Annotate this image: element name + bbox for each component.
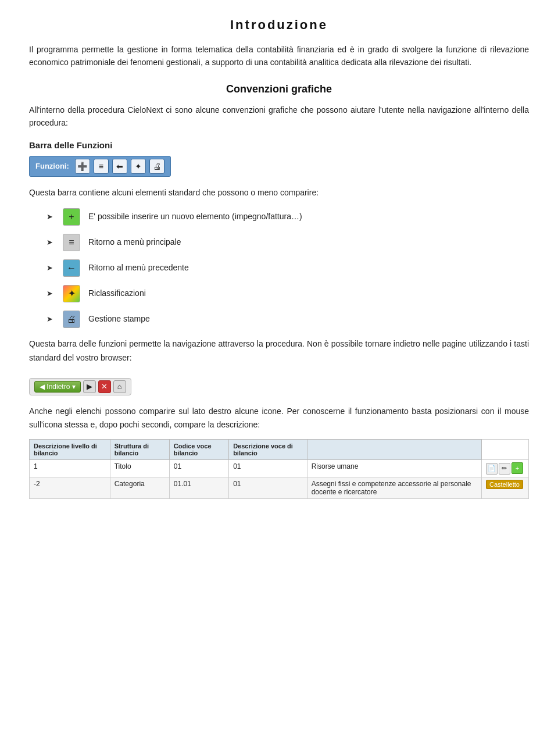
- toolbar-riclass-btn[interactable]: ✦: [131, 159, 146, 174]
- list-arrow-icon: ➤: [46, 314, 55, 324]
- list-item-text: Ritorno a menù principale: [88, 237, 181, 248]
- barra-desc: Questa barra contiene alcuni elementi st…: [29, 186, 529, 199]
- row-struttura: 01.01: [169, 477, 228, 498]
- conventions-text: All'interno della procedura CieloNext ci…: [29, 104, 529, 130]
- row-desc-voce: Risorse umane: [307, 460, 481, 477]
- row-desc-livello: Categoria: [110, 477, 169, 498]
- funzioni-toolbar: Funzioni: ➕ ≡ ⬅ ✦ 🖨: [29, 156, 171, 177]
- browser-navigation-bar: ◀ Indietro ▾ ▶ ✕ ⌂: [29, 378, 131, 395]
- list-item-icon: 🖨: [63, 311, 80, 328]
- row-num: 1: [30, 460, 110, 477]
- barra-funzioni-title: Barra delle Funzioni: [29, 140, 529, 150]
- toolbar-back-btn[interactable]: ⬅: [112, 159, 127, 174]
- data-table: Descrizione livello di bilancioStruttura…: [29, 439, 529, 499]
- row-num: -2: [30, 477, 110, 498]
- list-arrow-icon: ➤: [46, 263, 55, 273]
- table-col-header: Descrizione livello di bilancio: [30, 440, 110, 460]
- row-actions: Castelletto: [481, 477, 528, 498]
- icon-list-item: ➤ + E' possibile inserire un nuovo eleme…: [46, 208, 529, 226]
- icon-list-item: ➤ ✦ Riclassificazioni: [46, 285, 529, 302]
- table-col-header: Codice voce bilancio: [169, 440, 228, 460]
- list-item-icon: ←: [63, 259, 80, 277]
- row-actions: 📄✏+: [481, 460, 528, 477]
- page-title: Introduzione: [29, 17, 529, 33]
- list-item-icon: +: [63, 208, 80, 226]
- row-struttura: 01: [169, 460, 228, 477]
- list-arrow-icon: ➤: [46, 288, 55, 299]
- table-col-header: [307, 440, 481, 460]
- intro-paragraph: Il programma permette la gestione in for…: [29, 43, 529, 69]
- conventions-title: Convenzioni grafiche: [29, 83, 529, 95]
- bottom-text-3: Anche negli elenchi possono comparire su…: [29, 405, 529, 433]
- list-arrow-icon: ➤: [46, 212, 55, 222]
- toolbar-list-btn[interactable]: ≡: [94, 159, 109, 174]
- table-row: 1Titolo0101Risorse umane📄✏+: [30, 460, 529, 477]
- list-item-icon: ≡: [63, 234, 80, 251]
- browser-stop-btn[interactable]: ✕: [98, 380, 111, 393]
- icon-list-item: ➤ 🖨 Gestione stampe: [46, 311, 529, 328]
- bottom-text-1: Questa barra delle funzioni permette la …: [29, 337, 529, 365]
- table-col-header: Struttura di bilancio: [110, 440, 169, 460]
- table-header-row: Descrizione livello di bilancioStruttura…: [30, 440, 529, 460]
- icon-list-item: ➤ ≡ Ritorno a menù principale: [46, 234, 529, 251]
- table-row: -2Categoria01.0101Assegni fissi e compet…: [30, 477, 529, 498]
- table-action-add-btn[interactable]: +: [512, 462, 523, 474]
- browser-forward-btn[interactable]: ▶: [83, 380, 96, 393]
- row-desc-livello: Titolo: [110, 460, 169, 477]
- funzioni-label: Funzioni:: [35, 162, 69, 170]
- table-action-edit-btn[interactable]: ✏: [499, 463, 510, 475]
- row-desc-voce: Assegni fissi e competenze accessorie al…: [307, 477, 481, 498]
- castelletto-button[interactable]: Castelletto: [486, 480, 523, 489]
- toolbar-add-btn[interactable]: ➕: [75, 159, 90, 174]
- list-item-text: Gestione stampe: [88, 313, 150, 325]
- list-item-text: Ritorno al menù precedente: [88, 262, 189, 274]
- table-action-copy-btn[interactable]: 📄: [486, 463, 498, 475]
- list-item-text: Riclassificazioni: [88, 288, 146, 299]
- row-codice: 01: [229, 477, 307, 498]
- row-codice: 01: [229, 460, 307, 477]
- table-col-header: Descrizione voce di bilancio: [229, 440, 307, 460]
- toolbar-print-btn[interactable]: 🖨: [149, 159, 164, 174]
- browser-back-btn[interactable]: ◀ Indietro ▾: [34, 381, 81, 393]
- icon-items-list: ➤ + E' possibile inserire un nuovo eleme…: [46, 208, 529, 328]
- list-item-text: E' possibile inserire un nuovo elemento …: [88, 211, 302, 223]
- list-item-icon: ✦: [63, 285, 80, 302]
- browser-home-btn[interactable]: ⌂: [113, 380, 126, 393]
- icon-list-item: ➤ ← Ritorno al menù precedente: [46, 259, 529, 277]
- list-arrow-icon: ➤: [46, 237, 55, 248]
